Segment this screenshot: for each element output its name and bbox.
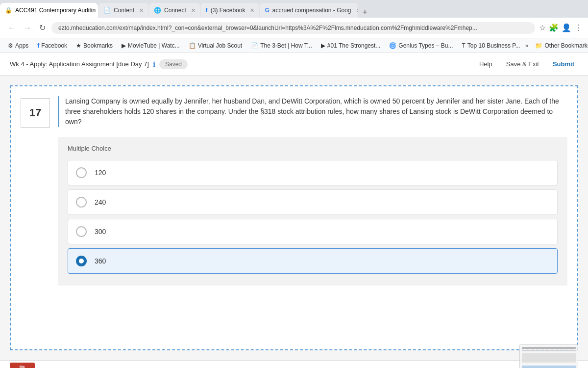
question-container: 17 Lansing Company is owned equally by J… — [10, 85, 578, 350]
thumb-box-1 — [522, 353, 576, 363]
strongest-icon: ▶ — [321, 42, 325, 49]
bookmark-apps[interactable]: ⚙ Apps — [4, 41, 32, 50]
tab-icon: 🌐 — [154, 7, 161, 14]
info-icon[interactable]: ℹ — [153, 60, 155, 68]
bookmark-label: Bookmarks — [83, 42, 113, 49]
refresh-button[interactable]: ↻ — [37, 21, 48, 34]
choice-row-c[interactable]: 300 — [68, 219, 558, 244]
toolbar-icons: ☆ 🧩 👤 ⋮ — [539, 23, 582, 32]
movietube-icon: ▶ — [122, 42, 126, 49]
choice-row-d[interactable]: 360 — [68, 248, 558, 274]
tab-label: Content — [114, 7, 134, 14]
tab-bar: 🔒 ACC491 Contemporary Auditin ✕ 📄 Conten… — [0, 0, 588, 18]
save-exit-button[interactable]: Save & Exit — [502, 58, 543, 70]
forward-button[interactable]: → — [22, 22, 33, 34]
bookmark-bookmarks[interactable]: ★ Bookmarks — [72, 41, 117, 50]
tab-content[interactable]: 📄 Content ✕ — [98, 3, 148, 18]
extension-icon[interactable]: 🧩 — [549, 23, 559, 32]
top10-icon: T — [462, 42, 466, 49]
bookmark-movietube[interactable]: ▶ MovieTube | Watc... — [118, 41, 184, 50]
choice-text-a: 120 — [95, 169, 106, 177]
bookmark-label: Other Bookmarks — [544, 42, 588, 49]
tab-close-btn[interactable]: ✕ — [250, 7, 254, 14]
tab-icon: G — [265, 7, 269, 14]
address-bar: ← → ↻ ☆ 🧩 👤 ⋮ — [0, 18, 588, 38]
submit-button[interactable]: Submit — [549, 58, 578, 70]
mc-label: Multiple Choice — [68, 145, 558, 152]
bookmark-facebook[interactable]: f Facebook — [33, 41, 71, 50]
tab-label: (3) Facebook — [211, 7, 245, 14]
bookmark-label: The 3-Bet | How T... — [260, 42, 312, 49]
tab-close-btn[interactable]: ✕ — [356, 7, 358, 14]
bookmark-strongest[interactable]: ▶ #01 The Strongest... — [317, 41, 385, 50]
choice-row-b[interactable]: 240 — [68, 189, 558, 215]
thumb-line-1 — [522, 347, 576, 349]
main-content: 17 Lansing Company is owned equally by J… — [0, 76, 588, 360]
tab-icon: 📄 — [103, 7, 111, 14]
bookmark-virtual-job-scout[interactable]: 📋 Virtual Job Scout — [185, 41, 246, 50]
choice-row-a[interactable]: 120 — [68, 160, 558, 185]
footer-logo: Mc Graw Hill Education — [10, 363, 35, 368]
tab-facebook[interactable]: f (3) Facebook ✕ — [201, 3, 260, 18]
tab-close-btn[interactable]: ✕ — [139, 7, 144, 14]
thumbnail-inner — [520, 345, 578, 368]
tab-icon: f — [206, 7, 208, 14]
question-number: 17 — [29, 106, 41, 119]
radio-inner-d — [79, 259, 84, 263]
tab-label: accrued compensation - Goog — [272, 7, 351, 14]
apps-icon: ⚙ — [8, 42, 13, 49]
tab-label: ACC491 Contemporary Auditin — [15, 7, 96, 14]
bookmark-top10[interactable]: T Top 10 Business P... — [458, 41, 524, 50]
star-icon: ★ — [76, 42, 81, 49]
app-header: Wk 4 - Apply: Application Assignment [du… — [0, 53, 588, 76]
address-input[interactable] — [51, 22, 535, 34]
bookmark-other[interactable]: 📁 Other Bookmarks — [531, 41, 588, 50]
bookmark-label: Apps — [15, 42, 28, 49]
radio-btn-c — [76, 226, 87, 237]
mc-section: Multiple Choice 120 240 300 — [58, 137, 567, 286]
bookmarks-bar: ⚙ Apps f Facebook ★ Bookmarks ▶ MovieTub… — [0, 38, 588, 53]
thumbnail-preview — [519, 344, 578, 368]
radio-btn-b — [76, 197, 87, 208]
tab-acc491[interactable]: 🔒 ACC491 Contemporary Auditin ✕ — [0, 3, 98, 18]
jobscout-icon: 📋 — [189, 42, 196, 49]
question-body: Lansing Company is owned equally by Jenn… — [58, 96, 567, 340]
thumb-box-2 — [522, 366, 576, 368]
radio-btn-d — [76, 256, 87, 266]
bookmark-label: Facebook — [41, 42, 67, 49]
new-tab-button[interactable]: + — [358, 7, 371, 18]
app-header-left: Wk 4 - Apply: Application Assignment [du… — [10, 59, 188, 69]
tab-close-btn[interactable]: ✕ — [191, 7, 196, 14]
genius-icon: 🌀 — [389, 42, 396, 49]
assignment-title: Wk 4 - Apply: Application Assignment [du… — [10, 60, 149, 68]
tab-icon: 🔒 — [5, 7, 12, 14]
bookmark-star-icon[interactable]: ☆ — [539, 23, 546, 32]
tab-google[interactable]: G accrued compensation - Goog ✕ — [260, 3, 358, 18]
bookmark-3bet[interactable]: 📄 The 3-Bet | How T... — [247, 41, 316, 50]
app-footer: Mc Graw Hill Education ‹ Prev 17 of 20 ⊞… — [0, 360, 588, 368]
bookmark-label: Genius Types – Bu... — [398, 42, 453, 49]
help-button[interactable]: Help — [475, 58, 496, 70]
radio-btn-a — [76, 167, 87, 178]
bookmark-genius-types[interactable]: 🌀 Genius Types – Bu... — [385, 41, 457, 50]
choice-text-c: 300 — [95, 228, 106, 236]
bookmarks-more-button[interactable]: » — [525, 42, 529, 49]
tab-label: Connect — [164, 7, 186, 14]
choice-text-b: 240 — [95, 198, 106, 206]
bookmark-label: Top 10 Business P... — [467, 42, 520, 49]
back-button[interactable]: ← — [6, 22, 18, 34]
threebet-icon: 📄 — [251, 42, 258, 49]
facebook-icon: f — [37, 42, 39, 49]
menu-icon[interactable]: ⋮ — [574, 23, 582, 32]
choice-text-d: 360 — [95, 257, 106, 265]
question-number-box: 17 — [21, 98, 50, 128]
thumb-line-2 — [522, 350, 576, 352]
folder-icon: 📁 — [535, 42, 542, 49]
tab-connect[interactable]: 🌐 Connect ✕ — [149, 3, 200, 18]
bookmark-label: MovieTube | Watc... — [128, 42, 180, 49]
saved-badge: Saved — [159, 59, 188, 69]
app-header-right: Help Save & Exit Submit — [475, 58, 578, 70]
bookmark-label: Virtual Job Scout — [198, 42, 243, 49]
question-text: Lansing Company is owned equally by Jenn… — [58, 96, 567, 127]
profile-icon[interactable]: 👤 — [562, 23, 571, 32]
